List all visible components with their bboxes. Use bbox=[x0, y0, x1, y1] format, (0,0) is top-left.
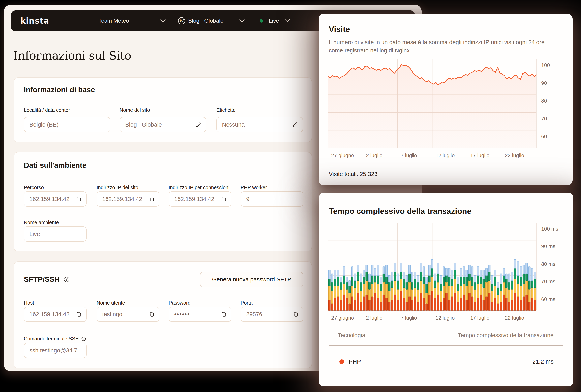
copy-icon[interactable] bbox=[75, 196, 82, 202]
copy-icon[interactable] bbox=[292, 311, 299, 318]
copy-icon[interactable] bbox=[148, 196, 155, 202]
transaction-panel-title: Tempo complessivo della transazione bbox=[329, 207, 471, 216]
ip-connessioni-field[interactable]: 162.159.134.42 bbox=[169, 192, 231, 206]
page-title: Informazioni sul Sito bbox=[13, 49, 131, 62]
field-label-porta: Porta bbox=[241, 300, 303, 306]
site-selector[interactable]: Blog - Globale bbox=[188, 10, 223, 32]
svg-text:12 luglio: 12 luglio bbox=[436, 152, 455, 158]
help-icon[interactable] bbox=[81, 336, 86, 341]
localita-field[interactable]: Belgio (BE) bbox=[24, 117, 110, 132]
svg-text:W: W bbox=[180, 19, 184, 23]
svg-text:70 ms: 70 ms bbox=[541, 278, 555, 284]
field-label-password: Password bbox=[169, 300, 231, 306]
chevron-down-icon bbox=[285, 19, 290, 22]
team-selector-label: Team Meteo bbox=[98, 18, 129, 24]
visits-panel-title: Visite bbox=[329, 25, 350, 34]
field-label-nome-sito: Nome del sito bbox=[120, 107, 206, 113]
comando-ssh-label-text: Comando terminale SSH bbox=[24, 336, 79, 341]
environment-selector[interactable]: Live bbox=[269, 10, 279, 32]
svg-text:17 luglio: 17 luglio bbox=[470, 152, 489, 158]
svg-text:90 ms: 90 ms bbox=[541, 243, 555, 249]
card-title: Dati sull'ambiente bbox=[24, 161, 86, 170]
svg-text:60: 60 bbox=[541, 134, 547, 139]
svg-text:12 luglio: 12 luglio bbox=[436, 315, 455, 321]
host-field[interactable]: 162.159.134.42 bbox=[24, 307, 87, 322]
svg-text:2 luglio: 2 luglio bbox=[366, 152, 382, 158]
password-value: •••••• bbox=[174, 311, 220, 318]
chevron-down-icon bbox=[239, 19, 245, 22]
card-sftp-ssh: SFTP/SSH Genera nuova password SFTP Host… bbox=[13, 262, 312, 368]
svg-text:22 luglio: 22 luglio bbox=[505, 315, 524, 321]
table-header-tecnologia: Tecnologia bbox=[338, 332, 365, 338]
copy-icon[interactable] bbox=[148, 311, 155, 318]
team-selector[interactable]: Team Meteo bbox=[98, 10, 129, 32]
card-informazioni-di-base: Informazioni di base Località / data cen… bbox=[13, 77, 312, 142]
copy-icon[interactable] bbox=[75, 311, 82, 318]
comando-ssh-field[interactable]: ssh testingo@34.7... bbox=[24, 343, 87, 358]
generate-sftp-password-button[interactable]: Genera nuova password SFTP bbox=[200, 272, 303, 288]
nome-ambiente-field[interactable]: Live bbox=[24, 226, 87, 242]
help-icon[interactable] bbox=[63, 276, 70, 283]
porta-field[interactable]: 29576 bbox=[241, 307, 303, 322]
svg-text:90: 90 bbox=[541, 80, 547, 86]
wordpress-icon: W bbox=[178, 10, 185, 32]
edit-pencil-icon[interactable] bbox=[292, 121, 299, 128]
visits-panel: Visite Il numero di visite in un dato me… bbox=[319, 14, 573, 186]
chevron-down-icon bbox=[160, 19, 165, 22]
card-title: Informazioni di base bbox=[24, 86, 95, 94]
comando-ssh-value: ssh testingo@34.7... bbox=[29, 347, 82, 354]
copy-icon[interactable] bbox=[220, 196, 227, 202]
svg-text:27 giugno: 27 giugno bbox=[331, 315, 354, 321]
nome-sito-value: Blog - Globale bbox=[125, 122, 195, 128]
card-title-text: SFTP/SSH bbox=[24, 275, 60, 284]
transaction-bar-chart: 100 ms90 ms80 ms70 ms60 ms27 giugno2 lug… bbox=[328, 223, 564, 325]
nome-utente-field[interactable]: testingo bbox=[96, 307, 159, 322]
live-status-icon bbox=[260, 19, 263, 23]
svg-text:60 ms: 60 ms bbox=[541, 296, 555, 302]
site-selector-chevron[interactable] bbox=[239, 10, 245, 32]
environment-selector-chevron[interactable] bbox=[285, 10, 290, 32]
screenshot-root: kinsta Team Meteo W Blog - Globale bbox=[0, 0, 581, 392]
svg-text:27 giugno: 27 giugno bbox=[331, 152, 354, 158]
field-label-localita: Località / data center bbox=[24, 107, 110, 113]
php-series-label: PHP bbox=[349, 358, 361, 365]
copy-icon[interactable] bbox=[220, 311, 227, 318]
php-worker-value: 9 bbox=[246, 196, 299, 202]
percorso-field[interactable]: 162.159.134.42 bbox=[24, 192, 87, 206]
visits-panel-description: Il numero di visite in un dato mese è la… bbox=[329, 38, 555, 55]
field-label-ip-connessioni: Indirizzo IP per connessioni bbox=[169, 185, 234, 190]
etichette-field[interactable]: Nessuna bbox=[216, 117, 303, 132]
nome-ambiente-value: Live bbox=[29, 231, 82, 237]
generate-sftp-password-label: Genera nuova password SFTP bbox=[212, 276, 291, 283]
field-label-nome-ambiente: Nome ambiente bbox=[24, 220, 87, 226]
kinsta-logo: kinsta bbox=[20, 10, 49, 32]
environment-selector-label: Live bbox=[269, 18, 279, 24]
ip-sito-field[interactable]: 162.159.134.42 bbox=[96, 192, 159, 206]
team-selector-chevron[interactable] bbox=[160, 10, 165, 32]
field-label-percorso: Percorso bbox=[24, 185, 87, 190]
ip-connessioni-value: 162.159.134.42 bbox=[174, 196, 220, 202]
transaction-panel: Tempo complessivo della transazione 100 … bbox=[319, 193, 574, 386]
password-field[interactable]: •••••• bbox=[169, 307, 231, 322]
table-row-php[interactable]: PHP bbox=[339, 358, 361, 365]
ip-sito-value: 162.159.134.42 bbox=[102, 196, 148, 202]
host-value: 162.159.134.42 bbox=[29, 311, 75, 318]
svg-text:70: 70 bbox=[541, 116, 547, 122]
etichette-value: Nessuna bbox=[222, 122, 292, 128]
table-header-tempo: Tempo complessivo della transazione bbox=[458, 332, 554, 338]
field-label-comando-ssh: Comando terminale SSH bbox=[24, 336, 103, 342]
visits-total: Visite totali: 25.323 bbox=[329, 171, 378, 177]
nome-utente-value: testingo bbox=[102, 311, 148, 318]
svg-text:7 luglio: 7 luglio bbox=[401, 152, 417, 158]
svg-text:100 ms: 100 ms bbox=[541, 226, 558, 232]
svg-text:7 luglio: 7 luglio bbox=[401, 315, 417, 321]
percorso-value: 162.159.134.42 bbox=[29, 196, 75, 202]
edit-pencil-icon[interactable] bbox=[195, 121, 202, 128]
svg-text:2 luglio: 2 luglio bbox=[366, 315, 382, 321]
env-status-dot bbox=[260, 10, 263, 32]
visits-line-chart: 1009080706027 giugno2 luglio7 luglio12 l… bbox=[328, 59, 564, 162]
nome-sito-field[interactable]: Blog - Globale bbox=[120, 117, 206, 132]
field-label-php-worker: PHP worker bbox=[241, 185, 303, 190]
php-series-dot-icon bbox=[339, 360, 344, 364]
php-worker-field[interactable]: 9 bbox=[241, 192, 303, 206]
